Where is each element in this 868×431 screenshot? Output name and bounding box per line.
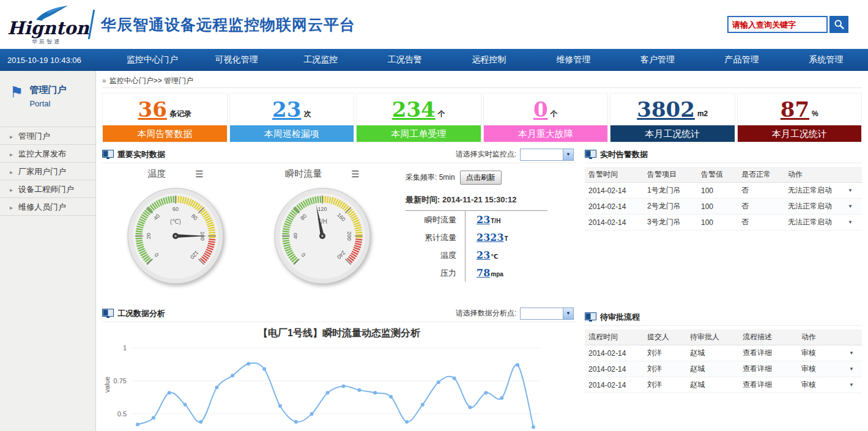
stat-unit: 个 [438,109,445,119]
portal-title: 管理门户 [29,84,66,96]
gauge-card-2: 瞬时流量☰04080120160200240T/H [249,166,396,305]
monitor-point-select-label: 请选择实时监控点: [456,149,516,160]
section-title: 重要实时数据 [117,149,165,160]
approvals-table: 流程时间提交人待审批人流程描述动作2014-02-14刘洋赵城查看详细审核▼20… [585,330,862,393]
table-cell: 审核 [798,380,847,390]
table-cell: 2014-02-14 [585,365,644,374]
readings-table: 瞬时流量23T/H累计流量2323T温度23℃压力78mpa [406,210,547,282]
stat-label[interactable]: 本月工况统计 [610,125,735,142]
nav-item-4[interactable]: 工况告警 [363,54,447,65]
breadcrumb[interactable]: »监控中心门户>> 管理门户 [102,73,862,88]
nav-item-8[interactable]: 产品管理 [700,54,784,65]
stat-value[interactable]: 23 [272,99,301,120]
row-scroll-down-icon[interactable]: ▼ [845,188,855,193]
stat-label[interactable]: 本月重大故障 [484,125,608,142]
portal-header: ⚑ 管理门户 Portal [0,71,95,117]
table-cell: 否 [738,185,784,196]
svg-text:60: 60 [172,206,179,212]
table-cell: 2014-02-14 [585,202,644,211]
row-scroll-down-icon[interactable]: ▼ [845,219,855,225]
nav-item-3[interactable]: 工况监控 [278,54,363,65]
sidebar-item-5[interactable]: ▸维修人员门户 [0,197,95,215]
gauge-menu-icon[interactable]: ☰ [195,169,203,179]
column-header: 动作 [798,332,847,342]
reading-row: 瞬时流量23T/H [406,211,547,229]
stat-label[interactable]: 本周巡检漏项 [230,125,354,142]
bird-logo-icon [34,5,70,21]
reading-value[interactable]: 23 [477,214,490,226]
reading-unit: ℃ [491,253,498,260]
section-title: 待审批流程 [600,312,640,323]
search-button[interactable] [829,16,848,33]
stat-unit: 条记录 [169,109,191,119]
gauge-menu-icon[interactable]: ☰ [351,169,359,179]
table-cell: 无法正常启动 [784,185,845,196]
table-cell: 查看详细 [739,380,798,390]
latest-time-label: 最新时间: 2014-11-21 15:30:12 [406,194,558,205]
nav-item-6[interactable]: 维修管理 [531,54,615,65]
reading-unit: T/H [491,218,500,224]
table-cell: 赵城 [686,348,739,358]
reading-value[interactable]: 2323 [477,232,504,243]
stat-value[interactable]: 0 [533,99,548,120]
stat-label[interactable]: 本周工单受理 [357,125,481,142]
monitor-icon [102,309,114,318]
search-input[interactable] [727,16,828,33]
section-approvals-header: 待审批流程 [585,309,862,326]
reading-value[interactable]: 78 [477,267,490,279]
nav-item-9[interactable]: 系统管理 [784,54,868,65]
stat-card-3: 234个本周工单受理 [356,93,481,142]
reading-value[interactable]: 23 [477,249,490,261]
realtime-info-panel: 采集频率: 5min 点击刷新 最新时间: 2014-11-21 15:30:1… [406,166,558,305]
svg-text:0.75: 0.75 [114,377,127,385]
chevron-down-icon: ▼ [563,149,573,160]
column-header: 动作 [784,169,845,180]
sidebar-item-3[interactable]: ▸厂家用户门户 [0,162,95,180]
arrow-right-icon: ▸ [10,186,13,193]
refresh-button[interactable]: 点击刷新 [460,171,502,185]
nav-item-2[interactable]: 可视化管理 [195,54,279,65]
row-scroll-down-icon[interactable]: ▼ [845,204,855,209]
stat-value[interactable]: 87 [781,99,809,120]
stat-value[interactable]: 3802 [637,99,695,120]
monitor-point-select[interactable]: ▼ [520,149,574,161]
column-header: 流程时间 [585,332,644,342]
table-cell: 否 [738,217,784,227]
table-cell: 查看详细 [739,348,798,358]
stat-label[interactable]: 本月工况统计 [738,125,862,142]
stat-label[interactable]: 本周告警数据 [103,125,227,142]
nav-item-7[interactable]: 客户管理 [615,54,700,65]
table-cell: 赵城 [686,364,739,374]
table-header-row: 告警时间告警项目告警值是否正常动作 [585,167,862,183]
stat-value[interactable]: 234 [392,99,436,120]
column-header: 提交人 [644,332,686,342]
arrow-right-icon: ▸ [10,133,13,140]
stat-value[interactable]: 36 [138,99,167,120]
row-scroll-down-icon[interactable]: ▼ [847,350,856,356]
sidebar: ⚑ 管理门户 Portal ▸管理门户▸监控大屏发布▸厂家用户门户▸设备工程师门… [0,71,96,431]
logo-text: Hignton [7,20,86,37]
table-cell: 100 [697,218,738,227]
reading-label: 温度 [406,246,466,264]
portal-subtitle: Portal [29,99,66,108]
reading-row: 温度23℃ [406,246,547,264]
breadcrumb-text: 监控中心门户>> 管理门户 [109,76,193,85]
top-header: Hignton 华辰智通 华辰智通设备远程监控物联网云平台 [0,0,868,49]
sidebar-item-2[interactable]: ▸监控大屏发布 [0,144,95,162]
row-scroll-down-icon[interactable]: ▼ [847,382,856,388]
analysis-point-select[interactable]: ▼ [520,308,574,320]
reading-unit: T [505,235,508,242]
table-row: 2014-02-143号龙门吊100否无法正常启动▼ [585,215,862,230]
nav-item-5[interactable]: 远程控制 [447,54,532,65]
search-icon [834,19,845,30]
stat-unit: m2 [697,109,708,118]
main-panel: »监控中心门户>> 管理门户 36条记录本周告警数据23次本周巡检漏项234个本… [96,71,868,431]
row-scroll-down-icon[interactable]: ▼ [847,366,856,372]
nav-item-1[interactable]: 监控中心门户 [110,54,195,65]
search-box [727,16,848,33]
sidebar-item-4[interactable]: ▸设备工程师门户 [0,180,95,197]
reading-row: 累计流量2323T [406,229,547,246]
table-row: 2014-02-14刘洋赵城查看详细审核▼ [585,345,862,361]
gauge-dial: 020406080100120(℃) [124,184,228,288]
sidebar-item-1[interactable]: ▸管理门户 [0,127,95,144]
